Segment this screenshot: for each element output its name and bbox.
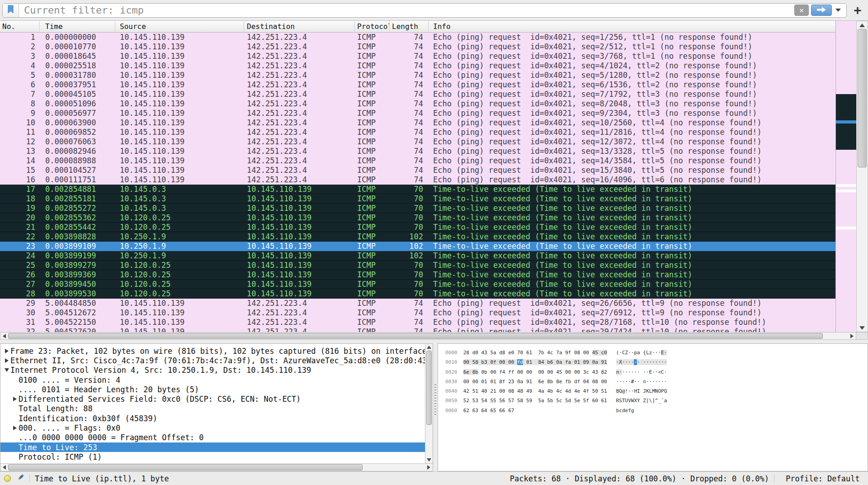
scroll-right-button[interactable] (425, 464, 433, 471)
packet-list-minimap[interactable] (835, 21, 856, 332)
packet-row[interactable]: 80.00005109610.145.110.139142.251.223.4I… (0, 99, 835, 109)
scroll-left-button[interactable] (0, 333, 8, 339)
expander[interactable] (3, 368, 10, 372)
detail-row[interactable]: Identification: 0xb30f (45839) (0, 414, 425, 423)
detail-row[interactable]: Protocol: ICMP (1) (0, 452, 425, 461)
packet-row[interactable]: 10.00000000010.145.110.139142.251.223.4I… (0, 33, 835, 42)
details-vertical-scrollbar[interactable] (425, 344, 433, 463)
packet-row[interactable]: 120.00007606310.145.110.139142.251.223.4… (0, 137, 835, 147)
packet-row[interactable]: 100.00006390010.145.110.139142.251.223.4… (0, 118, 835, 128)
hex-row[interactable]: 0020 6e 8b 0b 00 f4 ff 00 00 00 00 45 00… (445, 367, 868, 377)
cell-source: 10.145.110.139 (115, 71, 244, 80)
ascii-char: · (622, 379, 625, 385)
packet-row[interactable]: 220.00389882810.250.1.910.145.110.139ICM… (0, 232, 835, 242)
packet-row[interactable]: 210.00285544210.120.0.2510.145.110.139IC… (0, 223, 835, 232)
packet-list-vertical-scrollbar[interactable] (856, 21, 868, 332)
column-header-source[interactable]: Source (115, 21, 244, 32)
packet-row[interactable]: 315.00452215010.145.110.139142.251.223.4… (0, 318, 835, 327)
packet-row[interactable]: 190.00285527210.145.0.310.145.110.139ICM… (0, 204, 835, 213)
detail-row[interactable]: Total Length: 88 (0, 404, 425, 414)
detail-row[interactable]: Differentiated Services Field: 0xc0 (DSC… (0, 394, 425, 404)
packet-row[interactable]: 40.00002551810.145.110.139142.251.223.4I… (0, 61, 835, 71)
hex-row[interactable]: 0000 28 d0 43 5a d8 e0 70 61 7b 4c 7a 9f… (445, 348, 868, 357)
packet-row[interactable]: 270.00389945010.120.0.2510.145.110.139IC… (0, 280, 835, 289)
detail-row[interactable]: Frame 23: Packet, 102 bytes on wire (816… (0, 346, 425, 356)
scroll-up-button[interactable] (425, 344, 433, 351)
scrollbar-thumb[interactable] (426, 351, 432, 425)
packet-row[interactable]: 295.00448485010.145.110.139142.251.223.4… (0, 299, 835, 308)
detail-row[interactable]: 000. .... = Flags: 0x0 (0, 423, 425, 433)
packet-row[interactable]: 90.00005697710.145.110.139142.251.223.4I… (0, 109, 835, 118)
packet-row[interactable]: 70.00004510510.145.110.139142.251.223.4I… (0, 90, 835, 99)
detail-row[interactable]: ...0 0000 0000 0000 = Fragment Offset: 0 (0, 433, 425, 442)
column-header-destination[interactable]: Destination (244, 21, 355, 32)
expander[interactable] (3, 349, 10, 353)
hex-row[interactable]: 0010 00 58 b3 0f 00 00 fd 01 84 b6 0a fa… (445, 357, 868, 367)
packet-row[interactable]: 30.00001864510.145.110.139142.251.223.4I… (0, 52, 835, 61)
packet-row[interactable]: 325.00452762010.145.110.139142.251.223.4… (0, 327, 835, 332)
packet-row[interactable]: 150.00010452710.145.110.139142.251.223.4… (0, 166, 835, 175)
expander[interactable] (11, 426, 19, 430)
hex-row[interactable]: 0030 00 00 01 01 8f 23 0a 91 6e 8b 8e fb… (445, 377, 868, 386)
profile-indicator[interactable]: Profile: Default (779, 474, 868, 483)
packet-row[interactable]: 20.00001077010.145.110.139142.251.223.4I… (0, 42, 835, 52)
scrollbar-track[interactable] (8, 333, 848, 339)
scroll-down-button[interactable] (425, 456, 433, 463)
scroll-right-button[interactable] (848, 333, 856, 339)
packet-row[interactable]: 250.00389927910.120.0.2510.145.110.139IC… (0, 261, 835, 270)
hex-row[interactable]: 0050 52 53 54 55 56 57 58 59 5a 5b 5c 5d… (445, 396, 868, 405)
packet-row[interactable]: 240.00389919910.250.1.910.145.110.139ICM… (0, 251, 835, 261)
scrollbar-thumb[interactable] (8, 464, 363, 471)
scrollbar-track[interactable] (425, 351, 433, 456)
packet-list-horizontal-scrollbar[interactable] (0, 332, 856, 340)
expert-info-icon[interactable] (4, 475, 11, 482)
filter-apply-button[interactable] (811, 5, 832, 16)
packet-row[interactable]: 200.00285536210.120.0.2510.145.110.139IC… (0, 213, 835, 223)
filter-add-button[interactable]: + (851, 3, 864, 18)
scrollbar-track[interactable] (857, 29, 868, 324)
packet-bytes-pane[interactable]: 0000 28 d0 43 5a d8 e0 70 61 7b 4c 7a 9f… (438, 343, 868, 471)
packet-row[interactable]: 160.00011175110.145.110.139142.251.223.4… (0, 175, 835, 185)
column-header-protocol[interactable]: Protocol (355, 21, 390, 32)
packet-row[interactable]: 170.00285488110.145.0.310.145.110.139ICM… (0, 185, 835, 194)
detail-row[interactable]: Ethernet II, Src: Cisco_4c:7a:9f (70:61:… (0, 356, 425, 365)
expander[interactable] (11, 397, 19, 401)
filter-bookmark-button[interactable] (3, 4, 19, 17)
scrollbar-track[interactable] (8, 464, 425, 471)
display-filter-input[interactable]: Current filter: icmp ✕ (2, 3, 847, 18)
scroll-down-button[interactable] (857, 324, 868, 332)
detail-row[interactable]: Time to Live: 253 (0, 442, 425, 452)
detail-row[interactable]: 0100 .... = Version: 4 (0, 375, 425, 385)
filter-history-dropdown[interactable] (835, 9, 841, 12)
packet-row[interactable]: 50.00003178010.145.110.139142.251.223.4I… (0, 71, 835, 80)
scroll-left-button[interactable] (0, 464, 8, 471)
packet-row[interactable]: 110.00006985210.145.110.139142.251.223.4… (0, 128, 835, 137)
pane-splitter-horizontal[interactable] (0, 340, 868, 343)
hex-byte: 08 (508, 388, 514, 394)
scrollbar-thumb[interactable] (858, 29, 867, 167)
packet-row[interactable]: 60.00003795110.145.110.139142.251.223.4I… (0, 80, 835, 90)
hex-byte: 49 (526, 388, 532, 394)
details-horizontal-scrollbar[interactable] (0, 463, 433, 471)
detail-row[interactable]: Internet Protocol Version 4, Src: 10.250… (0, 366, 425, 375)
packet-row[interactable]: 180.00285518110.145.0.310.145.110.139ICM… (0, 194, 835, 204)
packet-row[interactable]: 260.00389936910.120.0.2510.145.110.139IC… (0, 270, 835, 280)
capture-comment-button[interactable] (17, 474, 24, 483)
column-header-info[interactable]: Info (429, 21, 835, 32)
packet-row[interactable]: 140.00008898810.145.110.139142.251.223.4… (0, 156, 835, 166)
column-header-length[interactable]: Length (390, 21, 429, 32)
filter-clear-button[interactable]: ✕ (794, 5, 809, 16)
packet-row[interactable]: 130.00008294610.145.110.139142.251.223.4… (0, 147, 835, 156)
column-header-time[interactable]: Time (40, 21, 115, 32)
packet-row[interactable]: 280.00389953010.120.0.2510.145.110.139IC… (0, 289, 835, 299)
hex-row[interactable]: 0040 42 51 40 21 00 08 48 49 4a 4b 4c 4d… (445, 386, 868, 396)
scroll-up-button[interactable] (857, 21, 868, 29)
column-header-no[interactable]: No. (0, 21, 40, 32)
packet-row[interactable]: 305.00451267210.145.110.139142.251.223.4… (0, 308, 835, 318)
hex-row[interactable]: 0060 62 63 64 65 66 67 bcdefg (445, 406, 868, 415)
expander[interactable] (3, 358, 10, 363)
detail-row[interactable]: .... 0101 = Header Length: 20 bytes (5) (0, 385, 425, 394)
scrollbar-thumb[interactable] (8, 333, 823, 339)
packet-row[interactable]: 230.00389910910.250.1.910.145.110.139ICM… (0, 242, 835, 251)
pane-splitter-vertical[interactable] (433, 343, 438, 471)
